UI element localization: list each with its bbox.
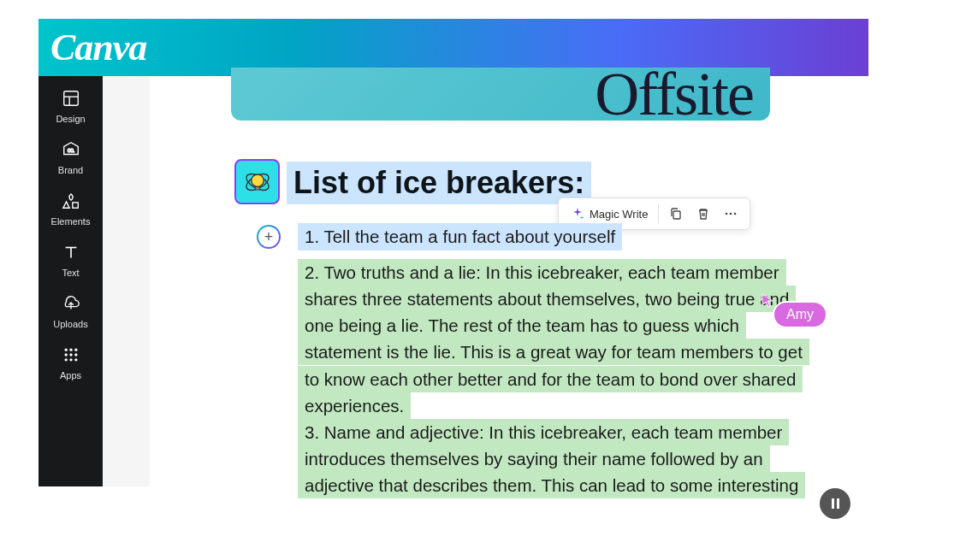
svg-point-12 bbox=[69, 353, 72, 356]
cloud-upload-icon bbox=[61, 293, 81, 314]
sidebar-label: Brand bbox=[58, 165, 83, 175]
sidebar-item-apps[interactable]: Apps bbox=[39, 345, 103, 380]
copy-icon bbox=[669, 207, 683, 221]
cursor-arrow-icon bbox=[761, 292, 776, 308]
lightbulb-icon-block[interactable] bbox=[234, 159, 280, 204]
svg-point-11 bbox=[64, 353, 67, 356]
svg-point-13 bbox=[74, 353, 77, 356]
svg-rect-4 bbox=[72, 203, 77, 208]
header-title: Offsite bbox=[595, 68, 753, 121]
svg-rect-19 bbox=[255, 186, 259, 190]
svg-point-8 bbox=[64, 349, 67, 351]
svg-text:CO.: CO. bbox=[67, 149, 74, 153]
sidebar-label: Design bbox=[56, 114, 85, 124]
sidebar-label: Elements bbox=[51, 216, 91, 227]
pause-icon bbox=[832, 498, 839, 509]
svg-point-23 bbox=[734, 213, 737, 215]
svg-point-10 bbox=[74, 349, 77, 351]
delete-button[interactable] bbox=[691, 203, 715, 224]
svg-point-15 bbox=[69, 358, 72, 361]
sidebar-item-design[interactable]: Design bbox=[39, 88, 103, 124]
sidebar-item-text[interactable]: Text bbox=[39, 242, 103, 278]
sidebar-item-brand[interactable]: CO. Brand bbox=[39, 139, 103, 175]
sidebar-label: Apps bbox=[60, 370, 81, 380]
svg-rect-0 bbox=[63, 91, 78, 106]
list-item[interactable]: 2. Two truths and a lie: In this icebrea… bbox=[298, 259, 815, 419]
canva-logo: Canva bbox=[50, 26, 146, 69]
apps-grid-icon bbox=[61, 345, 81, 365]
document-page[interactable]: Offsite List of ice breakers: Magic Writ… bbox=[150, 76, 868, 486]
magic-write-button[interactable]: Magic Write bbox=[566, 203, 653, 224]
numbered-list[interactable]: 1. Tell the team a fun fact about yourse… bbox=[298, 223, 815, 498]
sparkle-icon bbox=[571, 207, 584, 221]
document-heading[interactable]: List of ice breakers: bbox=[287, 162, 591, 204]
svg-point-21 bbox=[726, 213, 728, 215]
copy-button[interactable] bbox=[664, 203, 688, 224]
more-dots-icon bbox=[724, 207, 738, 221]
sidebar-label: Uploads bbox=[53, 319, 87, 329]
sidebar-item-uploads[interactable]: Uploads bbox=[39, 293, 103, 329]
svg-point-22 bbox=[730, 213, 732, 215]
more-button[interactable] bbox=[719, 203, 743, 224]
svg-point-14 bbox=[64, 358, 67, 361]
pause-button[interactable] bbox=[820, 488, 850, 519]
sidebar-label: Text bbox=[62, 268, 79, 278]
list-item[interactable]: 3. Name and adjective: In this icebreake… bbox=[298, 419, 815, 498]
svg-point-16 bbox=[74, 358, 77, 361]
brand-icon: CO. bbox=[61, 139, 81, 160]
trash-icon bbox=[696, 207, 710, 221]
divider bbox=[658, 204, 659, 223]
add-block-button[interactable]: + bbox=[257, 225, 281, 249]
sidebar: Design CO. Brand Elements Text Uploads A… bbox=[39, 76, 103, 486]
sidebar-item-elements[interactable]: Elements bbox=[39, 191, 103, 227]
lightbulb-icon bbox=[242, 167, 273, 197]
layout-icon bbox=[61, 88, 81, 109]
collaborator-name-badge: Amy bbox=[773, 301, 827, 328]
svg-rect-20 bbox=[673, 211, 680, 219]
text-icon bbox=[61, 242, 81, 262]
elements-icon bbox=[61, 191, 81, 211]
list-item[interactable]: 1. Tell the team a fun fact about yourse… bbox=[298, 223, 815, 259]
svg-point-9 bbox=[69, 349, 72, 351]
header-hero-image: Offsite bbox=[231, 68, 770, 121]
canvas-area: Offsite List of ice breakers: Magic Writ… bbox=[103, 76, 868, 486]
magic-write-label: Magic Write bbox=[590, 208, 648, 221]
